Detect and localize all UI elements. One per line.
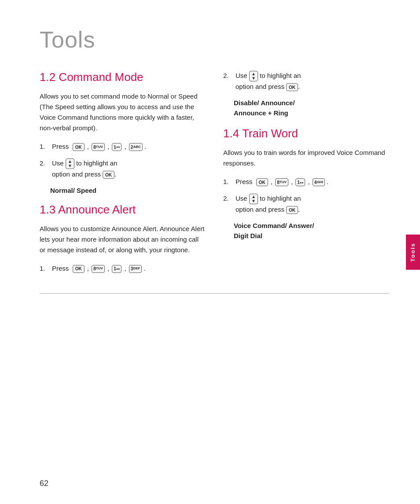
key-ok-2: OK [103, 171, 114, 179]
section-1-3: 1.3 Announce Alert Allows you to customi… [40, 203, 206, 274]
option-values-1-4: Voice Command/ Answer/Digit Dial [234, 221, 389, 241]
step-content-1-3: Press OK , 8TUV , 1●● , 3DEF . [52, 263, 206, 274]
step-num-r: 2. [223, 70, 234, 81]
section-1-4-title: 1.4 Train Word [223, 127, 389, 140]
step-num: 1. [40, 141, 50, 152]
step-content-r: Use ▲▼ to highlight an option and press … [236, 70, 389, 92]
key-3def: 3DEF [129, 265, 142, 273]
step-num-2: 2. [40, 158, 50, 169]
right-column: 2. Use ▲▼ to highlight an option and pre… [223, 70, 389, 280]
key-1: 1●● [112, 143, 122, 151]
step-num-1-4-2: 2. [223, 193, 234, 204]
section-1-2-title: 1.2 Command Mode [40, 70, 206, 84]
page-number: 62 [40, 479, 48, 488]
key-4ghi: 4GHI [313, 178, 325, 186]
step-1-2-cont-2: 2. Use ▲▼ to highlight an option and pre… [223, 70, 389, 92]
key-8tuv-1-4: 8TUV [275, 178, 288, 186]
step-content-1-4: Press OK , 8TUV , 1●● , 4GHI . [236, 177, 389, 187]
option-values-1-2: Normal/ Speed [50, 186, 206, 196]
key-ok-1-4-2: OK [286, 206, 298, 214]
step-content: Press OK , 8TUV , 1●● , 2ABC . [52, 141, 206, 152]
section-1-2-cont: 2. Use ▲▼ to highlight an option and pre… [223, 70, 389, 118]
nav-up-down-icon-r: ▲▼ [249, 71, 258, 81]
section-1-4: 1.4 Train Word Allows you to train words… [223, 127, 389, 241]
key-ok: OK [73, 143, 85, 151]
content-columns: 1.2 Command Mode Allows you to set comma… [40, 70, 389, 280]
step-num-1-3: 1. [40, 263, 50, 274]
page-title: Tools [40, 26, 389, 53]
step-1-3-1: 1. Press OK , 8TUV , 1●● , 3DEF . [40, 263, 206, 274]
step-num-1-4: 1. [223, 177, 234, 187]
page: Tools 1.2 Command Mode Allows you to set… [0, 0, 420, 504]
left-column: 1.2 Command Mode Allows you to set comma… [40, 70, 206, 280]
nav-up-down-icon: ▲▼ [66, 158, 74, 169]
nav-up-down-icon-1-4: ▲▼ [249, 194, 258, 204]
step-1-4-2: 2. Use ▲▼ to highlight an option and pre… [223, 193, 389, 215]
page-separator [40, 293, 389, 294]
step-content-1-4-2: Use ▲▼ to highlight an option and press … [236, 193, 389, 215]
section-1-2: 1.2 Command Mode Allows you to set comma… [40, 70, 206, 196]
step-1-4-1: 1. Press OK , 8TUV , 1●● , 4GHI . [223, 177, 389, 187]
key-ok-1-4: OK [256, 178, 268, 186]
key-8tuv-1-3: 8TUV [92, 265, 105, 273]
section-1-4-body: Allows you to train words for improved V… [223, 147, 389, 169]
key-ok-r: OK [286, 83, 298, 91]
key-8tuv: 8TUV [92, 143, 105, 151]
sidebar-tab: Tools [406, 235, 420, 270]
key-ok-1-3: OK [73, 265, 85, 273]
key-2abc: 2ABC [129, 143, 143, 151]
key-1-1-3: 1●● [112, 265, 122, 273]
section-1-3-body: Allows you to customize Announce Alert. … [40, 224, 206, 255]
option-values-1-2-cont: Disable/ Announce/Announce + Ring [234, 98, 389, 118]
section-1-2-body: Allows you to set command mode to Normal… [40, 91, 206, 133]
key-1-1-4: 1●● [295, 178, 305, 186]
step-content-2: Use ▲▼ to highlight an option and press … [52, 158, 206, 180]
step-1-2-1: 1. Press OK , 8TUV , 1●● , 2ABC . [40, 141, 206, 152]
step-1-2-2: 2. Use ▲▼ to highlight an option and pre… [40, 158, 206, 180]
section-1-3-title: 1.3 Announce Alert [40, 203, 206, 217]
